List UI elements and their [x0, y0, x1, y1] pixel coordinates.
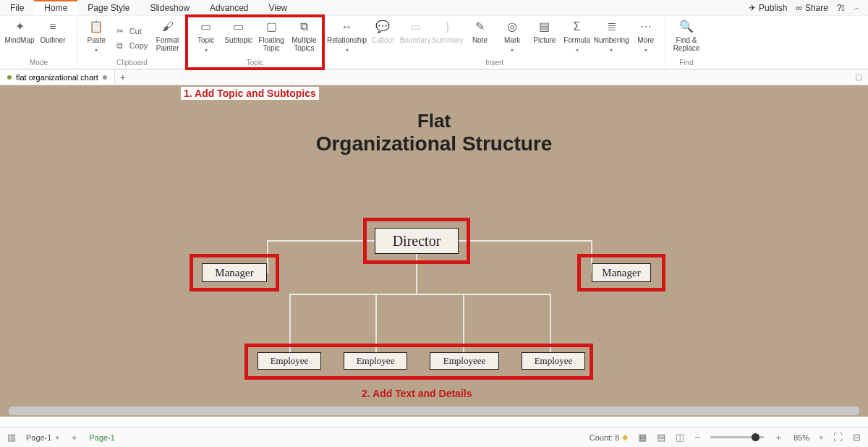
- group-label-find: Find: [668, 59, 705, 69]
- chevron-up-icon[interactable]: ︿: [854, 3, 861, 13]
- note-icon: ✎: [475, 20, 485, 34]
- summary-button: }Summary: [431, 18, 464, 59]
- chart-title: Flat Organizational Structure: [0, 110, 868, 156]
- copy-icon: ⧉: [116, 41, 127, 51]
- view-mode-2-icon[interactable]: ▤: [657, 432, 665, 443]
- zoom-level: 85%: [793, 433, 809, 442]
- zoom-out-button[interactable]: −: [694, 432, 700, 443]
- unsaved-indicator: [103, 75, 107, 80]
- format-painter-button[interactable]: 🖌Format Painter: [152, 18, 183, 59]
- add-tab-button[interactable]: +: [115, 72, 131, 83]
- multiple-topics-button[interactable]: ⧉Multiple Topics: [288, 18, 320, 59]
- node-employee-3[interactable]: Employeee: [430, 352, 499, 370]
- boundary-icon: ▭: [410, 20, 421, 34]
- group-label-insert: Insert: [327, 59, 662, 69]
- picture-icon: ▤: [539, 20, 550, 34]
- subtopic-icon: ▭: [233, 20, 244, 34]
- node-manager-left[interactable]: Manager: [202, 263, 267, 282]
- find-replace-button[interactable]: 🔍Find & Replace: [668, 18, 705, 59]
- callout-button: 💬Callout: [367, 18, 399, 59]
- zoom-caret[interactable]: ▾: [820, 434, 823, 441]
- paste-button[interactable]: 📋Paste▾: [81, 18, 112, 59]
- note-button[interactable]: ✎Note: [464, 18, 496, 59]
- topic-button[interactable]: ▭Topic▾: [190, 18, 222, 59]
- cut-button[interactable]: ✂Cut: [116, 26, 148, 36]
- menu-bar: File Home Page Style Slideshow Advanced …: [0, 0, 868, 16]
- callout-icon: 💬: [375, 20, 390, 34]
- search-icon: 🔍: [679, 20, 694, 34]
- page-active[interactable]: Page-1: [89, 433, 114, 442]
- pages-panel-icon[interactable]: ▥: [7, 432, 16, 443]
- page-selector[interactable]: Page-1▾: [26, 433, 59, 442]
- mark-icon: ◎: [507, 20, 517, 34]
- topic-icon: ▭: [200, 20, 211, 34]
- count-indicator: Count: 8◆: [590, 433, 629, 442]
- horizontal-scrollbar[interactable]: [9, 406, 859, 415]
- formula-button[interactable]: ΣFormula▾: [561, 18, 593, 59]
- floating-topic-button[interactable]: ▢Floating Topic: [255, 18, 288, 59]
- send-icon: ✈: [749, 3, 756, 13]
- doc-tab-name: flat organizational chart: [16, 73, 98, 82]
- menu-advanced[interactable]: Advanced: [200, 0, 258, 15]
- multiple-topics-icon: ⧉: [300, 20, 308, 34]
- floating-topic-icon: ▢: [266, 20, 277, 34]
- mindmap-button[interactable]: ✦MindMap: [3, 18, 36, 59]
- annotation-2: 2. Add Text and Details: [362, 388, 472, 399]
- mark-button[interactable]: ◎Mark▾: [496, 18, 529, 59]
- paste-icon: 📋: [89, 20, 103, 34]
- ribbon: ✦MindMap ≡Outliner Mode 📋Paste▾ ✂Cut ⧉Co…: [0, 16, 868, 69]
- formula-icon: Σ: [574, 20, 581, 34]
- node-employee-1[interactable]: Employee: [258, 352, 321, 370]
- annotation-1: 1. Add Topic and Subtopics: [181, 87, 319, 100]
- relationship-button[interactable]: ↔Relationship▾: [327, 18, 367, 59]
- document-tab[interactable]: flat organizational chart: [0, 69, 115, 85]
- doc-type-icon: [7, 75, 12, 80]
- picture-button[interactable]: ▤Picture: [528, 18, 561, 59]
- mindmap-icon: ✦: [15, 20, 25, 34]
- outliner-icon: ≡: [49, 20, 56, 34]
- help-icon[interactable]: ?⃝: [837, 3, 845, 13]
- document-tabs: flat organizational chart + ▢: [0, 69, 868, 85]
- group-label-clipboard: Clipboard: [81, 59, 183, 69]
- outliner-button[interactable]: ≡Outliner: [36, 18, 69, 59]
- node-manager-right[interactable]: Manager: [592, 263, 651, 282]
- numbering-button[interactable]: ≣Numbering▾: [593, 18, 630, 59]
- view-mode-1-icon[interactable]: ▦: [638, 432, 647, 443]
- tab-menu-icon[interactable]: ▢: [855, 72, 868, 82]
- numbering-icon: ≣: [607, 20, 616, 34]
- node-employee-4[interactable]: Employee: [522, 352, 585, 370]
- group-label-topic: Topic: [190, 59, 320, 69]
- menu-home[interactable]: Home: [34, 0, 77, 15]
- zoom-slider[interactable]: [710, 436, 764, 438]
- share-icon: ∞: [796, 3, 802, 13]
- node-director[interactable]: Director: [375, 228, 459, 254]
- relationship-icon: ↔: [341, 20, 353, 34]
- status-bar: ▥ Page-1▾ ＋ Page-1 Count: 8◆ ▦ ▤ ◫ − ＋ 8…: [0, 427, 868, 447]
- menu-view[interactable]: View: [258, 0, 297, 15]
- canvas[interactable]: 1. Add Topic and Subtopics Flat Organiza…: [0, 85, 868, 417]
- share-button[interactable]: ∞Share: [796, 3, 828, 13]
- summary-icon: }: [446, 20, 449, 34]
- menu-page-style[interactable]: Page Style: [77, 0, 140, 15]
- subtopic-button[interactable]: ▭Subtopic: [222, 18, 255, 59]
- publish-button[interactable]: ✈Publish: [749, 3, 787, 13]
- format-painter-icon: 🖌: [162, 20, 174, 34]
- menu-file[interactable]: File: [0, 0, 34, 15]
- collapse-icon[interactable]: ⊟: [853, 432, 861, 443]
- fit-page-icon[interactable]: ◫: [676, 432, 684, 443]
- menu-slideshow[interactable]: Slideshow: [140, 0, 200, 15]
- copy-button[interactable]: ⧉Copy: [116, 41, 148, 51]
- more-button[interactable]: ⋯More▾: [629, 18, 662, 59]
- group-label-mode: Mode: [3, 59, 75, 69]
- cut-icon: ✂: [116, 26, 127, 36]
- node-employee-2[interactable]: Employee: [344, 352, 407, 370]
- more-icon: ⋯: [640, 20, 652, 34]
- zoom-in-button[interactable]: ＋: [774, 431, 783, 444]
- boundary-button: ▭Boundary: [399, 18, 432, 59]
- add-page-button[interactable]: ＋: [69, 431, 79, 444]
- fullscreen-icon[interactable]: ⛶: [833, 432, 843, 443]
